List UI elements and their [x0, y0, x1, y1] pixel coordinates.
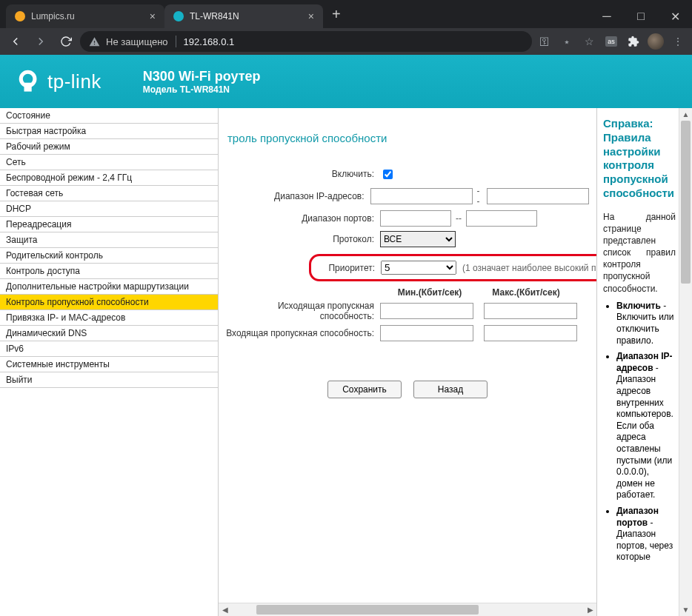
reload-button[interactable] [55, 30, 77, 53]
priority-hint: (1 означает наиболее высокий при [462, 263, 596, 273]
browser-tabstrip: Lumpics.ru × TL-WR841N × + ─ □ ✕ [0, 0, 692, 28]
sidebar-item[interactable]: Гостевая сеть [0, 186, 218, 201]
favicon-lumpics [15, 11, 25, 21]
page-title: троль пропускной способности [227, 132, 589, 144]
sidebar-item[interactable]: Сеть [0, 155, 218, 170]
tab-router[interactable]: TL-WR841N × [164, 4, 323, 28]
main-panel: троль пропускной способности Включить: Д… [219, 108, 596, 616]
page-vertical-scrollbar[interactable]: ▲ ▼ [679, 108, 692, 616]
tab-title: Lumpics.ru [31, 11, 144, 21]
help-item: Включить - Включить или отключить правил… [616, 301, 676, 346]
scroll-right-icon[interactable]: ▶ [584, 603, 596, 616]
label-out-bw: Исходящая пропускная способность: [226, 301, 380, 321]
ip-range-from-input[interactable] [370, 188, 473, 204]
sidebar-nav: СостояниеБыстрая настройкаРабочий режимС… [0, 108, 219, 616]
back-button[interactable]: Назад [413, 381, 488, 398]
help-panel: Справка: Правила настройки контроля проп… [596, 108, 679, 616]
sidebar-item[interactable]: Дополнительные настройки маршрутизации [0, 279, 218, 295]
sidebar-item[interactable]: Беспроводной режим - 2,4 ГГц [0, 170, 218, 186]
close-icon[interactable]: × [150, 11, 156, 21]
tplink-logo: tp-link [18, 69, 102, 94]
bookmark-icon[interactable]: ☆ [579, 31, 599, 52]
scroll-left-icon[interactable]: ◀ [219, 603, 231, 616]
insecure-icon [89, 36, 100, 47]
close-icon[interactable]: × [308, 11, 314, 21]
port-range-to-input[interactable] [466, 210, 537, 227]
help-list: Включить - Включить или отключить правил… [603, 301, 676, 563]
model-info: N300 Wi-Fi роутер Модель TL-WR841N [143, 69, 261, 95]
sidebar-item[interactable]: Переадресация [0, 217, 218, 232]
enable-checkbox[interactable] [383, 170, 393, 179]
url-text: 192.168.0.1 [184, 36, 235, 47]
sidebar-item[interactable]: Быстрая настройка [0, 124, 218, 139]
label-port-range: Диапазон портов: [226, 213, 380, 224]
key-icon[interactable]: ⚿ [535, 31, 554, 52]
address-bar[interactable]: Не защищено 192.168.0.1 [80, 31, 532, 52]
label-priority: Приоритет: [317, 263, 381, 273]
in-bw-max-input[interactable] [484, 325, 577, 341]
new-tab-button[interactable]: + [323, 6, 350, 23]
priority-select[interactable]: 5 [381, 261, 456, 275]
sidebar-item[interactable]: Защита [0, 232, 218, 248]
port-range-from-input[interactable] [380, 210, 451, 227]
extension-icon[interactable]: as [602, 31, 621, 52]
help-title: Справка: Правила настройки контроля проп… [603, 117, 676, 201]
sidebar-item[interactable]: DHCP [0, 201, 218, 217]
ip-range-to-input[interactable] [487, 188, 589, 204]
out-bw-max-input[interactable] [484, 303, 577, 319]
sidebar-item[interactable]: Динамический DNS [0, 326, 218, 341]
help-item: Диапазон портов - Диапазон портов, через… [616, 506, 676, 563]
page-content: tp-link N300 Wi-Fi роутер Модель TL-WR84… [0, 55, 692, 616]
forward-button[interactable] [30, 30, 52, 53]
in-bw-min-input[interactable] [380, 325, 473, 341]
label-in-bw: Входящая пропускная способность: [226, 328, 380, 338]
sidebar-item[interactable]: IPv6 [0, 341, 218, 357]
close-window-button[interactable]: ✕ [658, 4, 692, 28]
scroll-up-icon[interactable]: ▲ [679, 108, 692, 121]
priority-highlight: Приоритет: 5 (1 означает наиболее высоки… [309, 254, 596, 281]
sidebar-item[interactable]: Контроль доступа [0, 264, 218, 279]
svg-rect-1 [24, 83, 32, 92]
main-horizontal-scrollbar[interactable]: ◀ ▶ [219, 603, 596, 616]
insecure-label: Не защищено [106, 36, 168, 47]
profile-avatar[interactable] [646, 31, 665, 52]
label-enable: Включить: [226, 169, 380, 179]
extensions-button[interactable] [624, 31, 643, 52]
sidebar-item[interactable]: Контроль пропускной способности [0, 295, 218, 310]
tab-title: TL-WR841N [190, 11, 302, 21]
window-controls: ─ □ ✕ [590, 4, 692, 28]
save-button[interactable]: Сохранить [327, 381, 402, 398]
menu-button[interactable]: ⋮ [668, 31, 688, 52]
out-bw-min-input[interactable] [380, 303, 473, 319]
sidebar-item[interactable]: Рабочий режим [0, 139, 218, 155]
sidebar-item[interactable]: Системные инструменты [0, 357, 218, 372]
favicon-tplink [173, 11, 184, 21]
sidebar-item[interactable]: Состояние [0, 108, 218, 124]
tab-lumpics[interactable]: Lumpics.ru × [6, 4, 164, 28]
browser-toolbar: Не защищено 192.168.0.1 ⚿ ⭑ ☆ as ⋮ [0, 28, 692, 55]
scroll-down-icon[interactable]: ▼ [679, 603, 692, 616]
maximize-button[interactable]: □ [624, 4, 658, 28]
sidebar-item[interactable]: Привязка IP- и MAC-адресов [0, 310, 218, 326]
back-button[interactable] [4, 30, 27, 53]
protocol-select[interactable]: ВСЕ [380, 231, 456, 247]
router-banner: tp-link N300 Wi-Fi роутер Модель TL-WR84… [0, 55, 692, 108]
help-item: Диапазон IP-адресов - Диапазон адресов в… [616, 351, 676, 501]
minimize-button[interactable]: ─ [590, 4, 624, 28]
sidebar-item[interactable]: Выйти [0, 372, 218, 388]
sidebar-item[interactable]: Родительский контроль [0, 248, 218, 264]
translate-icon[interactable]: ⭑ [557, 31, 576, 52]
label-ip-range: Диапазон IP-адресов: [226, 191, 370, 201]
bandwidth-column-headers: Мин.(Кбит/сек) Макс.(Кбит/сек) [382, 287, 589, 298]
help-intro: На данной странице представлен список пр… [603, 211, 676, 295]
label-protocol: Протокол: [226, 234, 380, 244]
